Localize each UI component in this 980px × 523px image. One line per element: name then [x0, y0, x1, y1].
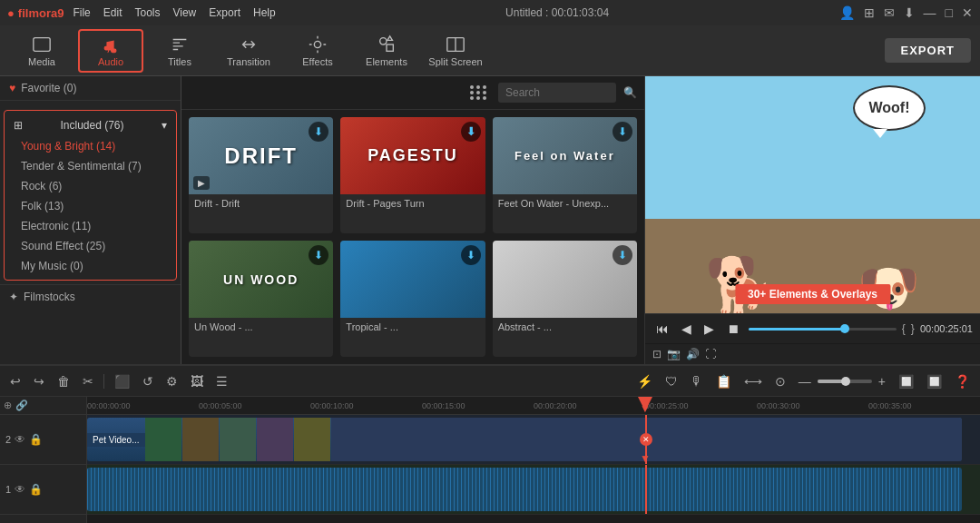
- preview-progress-bar[interactable]: [749, 328, 897, 331]
- included-header[interactable]: ⊞ Included (76) ▾: [5, 114, 176, 136]
- audio-waveform[interactable]: [87, 468, 962, 511]
- menu-help[interactable]: Help: [253, 6, 276, 19]
- audio-card-abstract[interactable]: ⬇ Abstract - ...: [493, 241, 637, 357]
- woof-bubble: Woof!: [853, 85, 926, 131]
- crop-button[interactable]: ⬛: [110, 371, 134, 391]
- preview-time: 00:00:25:01: [920, 323, 973, 334]
- download-icon-abstract[interactable]: ⬇: [612, 245, 632, 265]
- clipboard-button[interactable]: 📋: [711, 371, 736, 391]
- rewind-button[interactable]: ⏮: [652, 320, 672, 338]
- toolbar-transition[interactable]: Transition: [216, 29, 281, 73]
- volume-icon[interactable]: 🔊: [686, 348, 700, 360]
- grid-layout-button[interactable]: 🔲: [894, 371, 918, 391]
- download-icon[interactable]: ⬇: [904, 5, 915, 20]
- download-icon-unwood[interactable]: ⬇: [309, 245, 328, 265]
- download-icon-water[interactable]: ⬇: [612, 122, 632, 142]
- audio-card-pages[interactable]: PAGESTU ⬇ Drift - Pages Turn: [340, 117, 485, 233]
- lightning-button[interactable]: ⚡: [632, 371, 657, 391]
- category-soundeffect[interactable]: Sound Effect (25): [5, 236, 176, 256]
- user-icon[interactable]: 👤: [839, 5, 855, 20]
- search-input[interactable]: [498, 83, 616, 103]
- video-clip[interactable]: Pet Video...: [87, 418, 962, 461]
- filmstocks-item[interactable]: ✦ Filmstocks: [0, 284, 181, 309]
- link-button[interactable]: 🔗: [15, 400, 28, 411]
- category-young-bright[interactable]: Young & Bright (14): [5, 136, 176, 156]
- video-track-row: Pet Video... ✕: [87, 415, 980, 465]
- toolbar-splitscreen[interactable]: Split Screen: [423, 29, 488, 73]
- category-mymusic[interactable]: My Music (0): [5, 256, 176, 276]
- fullscreen-icon[interactable]: ⛶: [705, 348, 716, 360]
- toolbar-elements[interactable]: Elements: [354, 29, 419, 73]
- preview-image: 🐕 🐶 Woof! 30+ Elements & Overlays: [645, 76, 980, 313]
- audio-card-tropical[interactable]: ⬇ Tropical - ...: [340, 241, 485, 357]
- category-electronic[interactable]: Electronic (11): [5, 216, 176, 236]
- favorite-section[interactable]: ♥ Favorite (0): [0, 76, 181, 101]
- menu-export[interactable]: Export: [209, 6, 240, 19]
- undo-button[interactable]: ↩: [5, 371, 25, 391]
- search-bar: 🔍: [181, 76, 644, 110]
- titlebar: ● filmora9 File Edit Tools View Export H…: [0, 0, 980, 25]
- star-icon: ✦: [9, 291, 18, 303]
- close-button[interactable]: ✕: [962, 5, 973, 20]
- menu-file[interactable]: File: [73, 6, 90, 19]
- expand-button[interactable]: ⟷: [740, 371, 767, 391]
- menu-edit[interactable]: Edit: [103, 6, 122, 19]
- list-button[interactable]: ☰: [211, 371, 232, 391]
- shield-button[interactable]: 🛡: [661, 371, 682, 391]
- audio-card-unwood[interactable]: UN WOOD ⬇ Un Wood - ...: [189, 241, 333, 357]
- help-button[interactable]: ❓: [950, 371, 975, 391]
- heart-icon: ♥: [9, 82, 15, 94]
- audio-thumb-abstract: ⬇: [493, 241, 637, 318]
- play-button[interactable]: ▶: [701, 320, 718, 338]
- envelope-icon[interactable]: ✉: [884, 5, 895, 20]
- circle-button[interactable]: ⊙: [770, 371, 790, 391]
- download-icon-drift[interactable]: ⬇: [309, 122, 328, 142]
- track-1-label: 1 👁 🔒: [0, 465, 86, 515]
- category-rock[interactable]: Rock (6): [5, 176, 176, 196]
- track-2-eye[interactable]: 👁: [15, 433, 25, 446]
- grid-view-icon[interactable]: [466, 82, 491, 104]
- rotate-button[interactable]: ↺: [138, 371, 158, 391]
- zoom-in-button[interactable]: +: [874, 371, 890, 391]
- ruler-mark-10: 00:00:10:00: [310, 401, 354, 410]
- download-icon-pages[interactable]: ⬇: [461, 122, 481, 142]
- toolbar-audio[interactable]: Audio: [78, 29, 143, 73]
- audio-card-drift[interactable]: DRIFT ▶ ⬇ Drift - Drift: [189, 117, 333, 233]
- cut-button[interactable]: ✂: [78, 371, 98, 391]
- stop-button[interactable]: ⏹: [723, 320, 743, 338]
- toolbar-titles[interactable]: Titles: [147, 29, 212, 73]
- delete-button[interactable]: 🗑: [53, 371, 74, 391]
- panel-button[interactable]: 🔲: [922, 371, 946, 391]
- track-2-lock[interactable]: 🔒: [29, 433, 43, 446]
- step-back-button[interactable]: ◀: [678, 320, 695, 338]
- add-track-button[interactable]: ⊕: [4, 400, 12, 411]
- category-folk[interactable]: Folk (13): [5, 196, 176, 216]
- export-button[interactable]: EXPORT: [885, 38, 971, 63]
- minimize-button[interactable]: —: [924, 5, 936, 20]
- toolbar-media[interactable]: Media: [9, 29, 74, 73]
- category-tender[interactable]: Tender & Sentimental (7): [5, 156, 176, 176]
- zoom-slider[interactable]: [818, 380, 872, 383]
- maximize-button[interactable]: □: [946, 5, 953, 20]
- toolbar-effects[interactable]: Effects: [285, 29, 350, 73]
- pip-icon[interactable]: ⊡: [652, 348, 662, 360]
- menu-tools[interactable]: Tools: [134, 6, 160, 19]
- redo-button[interactable]: ↪: [29, 371, 49, 391]
- timeline-body: ⊕ 🔗 2 👁 🔒 1 👁 🔒 00:00:00:00 00:00:05:00: [0, 397, 980, 523]
- mic-button[interactable]: 🎙: [686, 371, 708, 391]
- track-label-column: ⊕ 🔗 2 👁 🔒 1 👁 🔒: [0, 397, 87, 523]
- track-1-eye[interactable]: 👁: [15, 483, 25, 496]
- track-1-lock[interactable]: 🔒: [29, 483, 43, 496]
- screenshot-icon[interactable]: 📷: [667, 348, 681, 360]
- grid-icon[interactable]: ⊞: [864, 5, 875, 20]
- search-icon[interactable]: 🔍: [623, 86, 637, 99]
- grid-dots-icon: ⊞: [14, 119, 23, 132]
- audio-label-tropical: Tropical - ...: [340, 318, 485, 336]
- color-button[interactable]: ⚙: [162, 371, 182, 391]
- menu-view[interactable]: View: [172, 6, 196, 19]
- download-icon-tropical[interactable]: ⬇: [461, 245, 481, 265]
- zoom-out-button[interactable]: —: [794, 371, 816, 391]
- overlay-button[interactable]: 🖼: [186, 371, 208, 391]
- audio-card-water[interactable]: Feel on Water ⬇ Feet On Water - Unexp...: [493, 117, 637, 233]
- dogs-preview: 🐕 🐶 Woof! 30+ Elements & Overlays: [645, 76, 980, 313]
